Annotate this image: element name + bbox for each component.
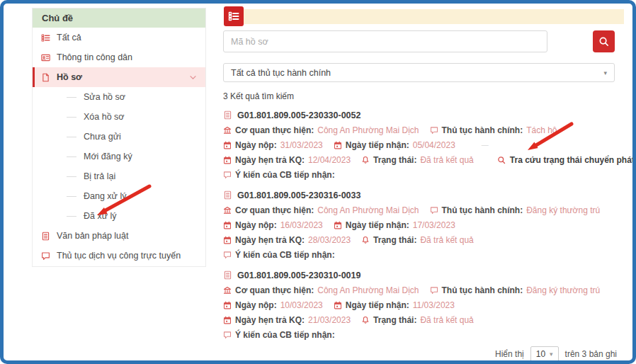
agency-icon bbox=[223, 126, 232, 135]
calendar-icon bbox=[223, 156, 232, 164]
sidebar-subitem-sua-ho-so[interactable]: Sửa hồ sơ bbox=[33, 87, 205, 107]
record-agency-line: Cơ quan thực hiện:Công An Phường Mai Dịc… bbox=[223, 123, 624, 137]
sidebar-subitem-da-xu-ly[interactable]: Đã xử lý bbox=[33, 206, 205, 226]
sidebar-item-label: Văn bản pháp luật bbox=[57, 231, 128, 241]
list-icon bbox=[41, 33, 50, 42]
record-id: G01.801.809.005-230310-0019 bbox=[237, 271, 360, 280]
procedure-icon bbox=[430, 286, 438, 295]
sidebar-item-thu-tuc-dich-vu-cong[interactable]: Thủ tục dịch vụ công trực tuyến bbox=[33, 246, 205, 266]
sidebar-header: Chủ đề bbox=[33, 8, 205, 28]
results-list: 3 Kết quả tìm kiếm G01.801.809.005-23033… bbox=[223, 91, 624, 362]
sidebar-subitem-bi-tra-lai[interactable]: Bị trả lại bbox=[33, 166, 205, 186]
truncation-mark: — bbox=[482, 141, 489, 149]
banner-background bbox=[224, 9, 624, 24]
record-agency-line: Cơ quan thực hiện:Công An Phường Mai Dịc… bbox=[223, 203, 624, 217]
search-button[interactable] bbox=[593, 30, 615, 52]
idcard-icon bbox=[41, 53, 50, 62]
page-size-value: 10 bbox=[536, 349, 545, 359]
subitem-label: Xóa hồ sơ bbox=[84, 112, 125, 122]
comment-icon bbox=[223, 251, 232, 259]
pagination-footer: Hiển thị 10 ▾ trên 3 bản ghi bbox=[223, 346, 617, 362]
subitem-label: Mới đăng ký bbox=[84, 152, 132, 161]
sidebar-subitem-xoa-ho-so[interactable]: Xóa hồ sơ bbox=[33, 107, 205, 127]
calendar-icon bbox=[334, 301, 342, 309]
record-icon bbox=[223, 110, 232, 120]
calendar-icon bbox=[223, 141, 232, 149]
calendar-icon bbox=[223, 301, 232, 309]
sidebar: Chủ đề Tất cả Thông tin công dân Hồ sơ S… bbox=[32, 8, 206, 267]
sidebar-item-van-ban-phap-luat[interactable]: Văn bản pháp luật bbox=[33, 226, 205, 246]
record-feedback-line: Ý kiến của CB tiếp nhận: bbox=[223, 247, 624, 262]
subitem-label: Bị trả lại bbox=[84, 171, 115, 181]
record-id: G01.801.809.005-230330-0052 bbox=[237, 110, 360, 120]
result-item: G01.801.809.005-230310-0019 Cơ quan thực… bbox=[223, 268, 624, 342]
record-id-link[interactable]: G01.801.809.005-230316-0033 bbox=[223, 188, 624, 203]
subitem-label: Đã xử lý bbox=[84, 211, 117, 221]
search-input[interactable] bbox=[223, 30, 547, 52]
file-icon bbox=[41, 73, 50, 82]
procedure-filter-select[interactable]: Tất cả thủ tục hành chính ▾ bbox=[223, 63, 615, 82]
sidebar-item-label: Thủ tục dịch vụ công trực tuyến bbox=[57, 251, 181, 261]
sidebar-item-label: Hồ sơ bbox=[57, 72, 82, 82]
sidebar-item-ho-so[interactable]: Hồ sơ bbox=[33, 67, 205, 87]
sidebar-subitem-moi-dang-ky[interactable]: Mới đăng ký bbox=[33, 147, 205, 166]
sidebar-item-thong-tin-cong-dan[interactable]: Thông tin công dân bbox=[33, 47, 205, 67]
caret-down-icon: ▾ bbox=[550, 351, 553, 358]
agency-icon bbox=[223, 286, 232, 295]
page-size-dropdown[interactable]: 10 ▾ bbox=[530, 346, 559, 362]
record-id-link[interactable]: G01.801.809.005-230310-0019 bbox=[223, 268, 624, 283]
procedure-icon bbox=[430, 126, 438, 135]
record-status-line: Ngày hẹn trả KQ:21/03/2023 Trạng thái:Đã… bbox=[223, 312, 624, 327]
procedure-icon bbox=[430, 206, 438, 215]
calendar-icon bbox=[223, 221, 232, 229]
calendar-icon bbox=[223, 316, 232, 324]
status-icon bbox=[361, 236, 370, 244]
calendar-icon bbox=[334, 221, 342, 229]
records-total-label: trên 3 bản ghi bbox=[565, 349, 617, 359]
record-dates-line: Ngày nộp:16/03/2023 Ngày tiếp nhận:17/03… bbox=[223, 217, 624, 232]
sidebar-item-label: Thông tin công dân bbox=[57, 52, 132, 62]
record-dates-line: Ngày nộp:10/03/2023 Ngày tiếp nhận:11/03… bbox=[223, 297, 624, 312]
search-row bbox=[223, 30, 624, 52]
status-icon bbox=[361, 316, 370, 324]
calendar-icon bbox=[223, 236, 232, 244]
subitem-label: Đang xử lý bbox=[84, 191, 126, 201]
result-item: G01.801.809.005-230330-0052 Cơ quan thực… bbox=[223, 108, 624, 182]
sidebar-subitem-dang-xu-ly[interactable]: Đang xử lý bbox=[33, 186, 205, 206]
record-feedback-line: Ý kiến của CB tiếp nhận: bbox=[223, 167, 624, 182]
list-icon bbox=[228, 11, 239, 22]
record-id: G01.801.809.005-230316-0033 bbox=[237, 190, 360, 200]
record-agency-line: Cơ quan thực hiện:Công An Phường Mai Dịc… bbox=[223, 283, 624, 297]
show-label: Hiển thị bbox=[495, 349, 524, 359]
top-banner bbox=[223, 6, 624, 28]
status-icon bbox=[361, 156, 370, 164]
subitem-label: Chưa gửi bbox=[84, 132, 121, 142]
chat-icon bbox=[41, 251, 50, 261]
app-window: Chủ đề Tất cả Thông tin công dân Hồ sơ S… bbox=[0, 0, 636, 364]
result-count: 3 Kết quả tìm kiếm bbox=[223, 91, 624, 102]
record-status-line: Ngày hẹn trả KQ:28/03/2023 Trạng thái:Đã… bbox=[223, 232, 624, 247]
comment-icon bbox=[223, 171, 232, 179]
calendar-icon bbox=[334, 141, 342, 149]
sidebar-subitem-chua-gui[interactable]: Chưa gửi bbox=[33, 127, 205, 147]
record-id-link[interactable]: G01.801.809.005-230330-0052 bbox=[223, 108, 624, 123]
comment-icon bbox=[223, 331, 232, 339]
track-delivery-link[interactable]: Tra cứu trạng thái chuyển phát bbox=[497, 155, 635, 165]
filter-selected-value: Tất cả thủ tục hành chính bbox=[231, 68, 331, 78]
main-panel: Tất cả thủ tục hành chính ▾ 3 Kết quả tì… bbox=[223, 6, 624, 362]
chevron-down-icon bbox=[189, 74, 197, 81]
subitem-label: Sửa hồ sơ bbox=[84, 92, 125, 102]
search-icon bbox=[598, 36, 609, 47]
search-icon bbox=[497, 156, 506, 164]
record-icon bbox=[223, 271, 232, 280]
agency-icon bbox=[223, 206, 232, 215]
sidebar-item-tat-ca[interactable]: Tất cả bbox=[33, 28, 205, 47]
record-icon bbox=[223, 190, 232, 200]
record-feedback-line: Ý kiến của CB tiếp nhận: bbox=[223, 327, 624, 342]
sidebar-item-label: Tất cả bbox=[57, 33, 81, 42]
caret-down-icon: ▾ bbox=[603, 69, 607, 76]
menu-list-icon[interactable] bbox=[224, 6, 244, 26]
record-status-line: Ngày hẹn trả KQ:12/04/2023 Trạng thái:Đã… bbox=[223, 152, 624, 167]
result-item: G01.801.809.005-230316-0033 Cơ quan thực… bbox=[223, 188, 624, 262]
record-dates-line: Ngày nộp:31/03/2023 Ngày tiếp nhận:05/04… bbox=[223, 137, 624, 152]
